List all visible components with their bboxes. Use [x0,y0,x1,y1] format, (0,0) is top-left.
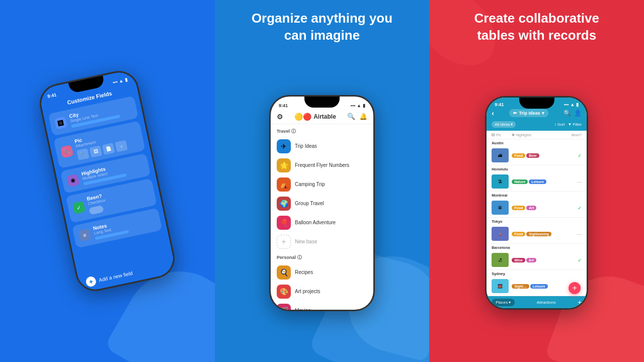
travel-info-icon: ⓘ [291,128,296,135]
tag-tokyo-sightseeing: Sightseeing [526,232,551,236]
base-trip-ideas-label: Trip Ideas [295,143,317,149]
app-title: 🟡🔴 Airtable [294,113,336,121]
thumb-honolulu-img: 🏝 [492,174,509,189]
settings-icon[interactable]: ⚙ [277,113,283,121]
tag-sydney-sightseeing: Sight… [512,284,529,289]
field-highlights-icon: ◉ [67,174,80,187]
col-highlights-label: Highlights [516,133,531,137]
chevron-down-icon: ▾ [542,111,544,116]
travel-section-header: Travel ⓘ [277,128,367,135]
base-movies[interactable]: 🎬 Movies [277,301,367,310]
tags-tokyo: Food Sightseeing [512,232,560,236]
base-movies-label: Movies [295,308,311,310]
thumb-honolulu: 🏝 [492,174,509,189]
back-button[interactable]: ‹ [492,109,494,117]
right-phone: 9:41 ▪▪▪ ▲ ▮ ‹ ✏ Trip Ideas ▾ 🔍 [485,96,588,310]
base-balloon[interactable]: 🎈 Balloon Adventure [277,213,367,232]
been-toggle[interactable] [89,205,104,215]
field-city-icon: 🅰 [54,116,67,129]
left-phone-wrapper: 9:41 ▪▪▪ ▲ ▮ Customize Fields 🅰 City Si [57,10,157,352]
thumb-tokyo-img: 🗼 [492,227,509,241]
places-tab[interactable]: Places ▾ [492,299,515,306]
row-montreal[interactable]: 🏛 Food Art ✓ [487,198,587,218]
add-circle-icon: + [85,276,97,288]
field-been-info: Been? Checkbox [87,184,151,215]
right-heading: Create collaborative tables with records [456,10,617,44]
left-time: 9:41 [47,92,57,99]
filter-action-label: Filter [573,122,582,127]
search-icon[interactable]: 🔍 [347,113,355,120]
filter-actions: ↕ Sort ▼ Filter [554,122,582,127]
base-art-projects-icon: 🎨 [277,285,291,299]
trip-header-icons: 🔍 👤 [564,110,582,117]
tag-honolulu-nature: Nature [512,179,528,184]
check-tokyo: — [564,231,582,237]
attractions-tab[interactable]: Attractions [517,300,576,305]
check-austin: ✓ [564,153,582,158]
trip-person-icon[interactable]: 👤 [574,110,582,117]
check-montreal: ✓ [564,205,582,211]
base-camping[interactable]: ⛺ Camping Trip [277,175,367,194]
header-icons: 🔍 🔔 [347,113,367,120]
airtable-header: ⚙ 🟡🔴 Airtable 🔍 🔔 [271,111,373,124]
row-barcelona[interactable]: 🏖 Wine Art ✓ [487,250,587,270]
trip-bottom-tabs: Places ▾ Attractions + [487,296,587,308]
base-recipes-icon: 🍳 [277,265,291,280]
personal-label: Personal [277,255,296,260]
base-recipes[interactable]: 🍳 Recipes [277,263,367,282]
filter-icon: ▼ [568,122,572,127]
places-label: Places [496,300,508,305]
airtable-logo: 🟡🔴 [294,113,311,121]
row-tokyo[interactable]: 🗼 Food Sightseeing — [487,224,587,244]
add-table-button[interactable]: + [578,298,582,306]
base-camping-label: Camping Trip [295,182,325,187]
center-heading: Organize anything you can imagine [242,10,403,44]
field-list: 🅰 City Single Line Text 📎 Pic Attachment [43,95,173,275]
col-highlights-icon: ◉ [512,133,515,137]
bell-icon[interactable]: 🔔 [359,113,367,120]
sort-action[interactable]: ↕ Sort [554,122,565,127]
trip-title-button[interactable]: ✏ Trip Ideas ▾ [509,109,548,117]
tags-barcelona: Wine Art [512,258,560,262]
city-sydney: Sydney [487,270,587,277]
base-group-travel[interactable]: 🌍 Group Travel [277,194,367,213]
tag-austin-beer: Beer [526,153,539,158]
city-honolulu: Honolulu [487,165,587,172]
col-highlights-header: ◉ Highlights [512,133,559,137]
base-trip-ideas[interactable]: ✈ Trip Ideas [277,137,367,156]
base-frequent-flyer[interactable]: 🌟 Frequent Flyer Numbers [277,156,367,175]
new-base-plus-icon: + [277,235,291,249]
tag-austin-food: Food [512,153,525,158]
trip-table-name: Trip Ideas [519,111,540,116]
thumb-montreal-img: 🏛 [492,201,509,215]
left-status-icons: ▪▪▪ ▲ ▮ [112,77,128,85]
thumb-sydney: 🌉 [492,279,509,293]
base-balloon-icon: 🎈 [277,216,291,230]
app-name: Airtable [313,113,336,120]
personal-info-icon: ⓘ [297,254,302,261]
base-art-projects[interactable]: 🎨 Art projects [277,282,367,301]
filter-label: All ideas [495,122,510,127]
thumb-sydney-img: 🌉 [492,279,509,293]
row-honolulu[interactable]: 🏝 Nature Leisure — [487,172,587,192]
trip-filter-bar: All ideas ▾ ↕ Sort ▼ Filter [487,121,587,131]
trip-search-icon[interactable]: 🔍 [564,110,571,117]
city-montreal: Montreal [487,192,587,198]
places-chevron: ▾ [509,300,511,305]
filter-action-btn[interactable]: ▼ Filter [568,122,582,127]
thumb-tokyo: 🗼 [492,227,509,241]
col-pic-icon: 🖼 [492,133,495,137]
customize-screen: 9:41 ▪▪▪ ▲ ▮ Customize Fields 🅰 City Si [38,69,177,293]
thumb-austin-img: 🏙 [492,148,509,162]
row-austin[interactable]: 🏙 Food Beer ✓ [487,146,587,165]
city-austin: Austin [487,139,587,146]
all-ideas-filter[interactable]: All ideas ▾ [492,121,516,128]
new-base-item[interactable]: + New base [277,232,367,251]
attach-doc: 📄 [102,143,115,155]
battery-icon: ▮ [576,102,579,107]
tag-montreal-food: Food [512,206,525,210]
center-panel: Organize anything you can imagine 9:41 ▪… [215,0,430,362]
attach-image: 🖼 [90,145,103,157]
base-balloon-label: Balloon Adventure [295,220,336,225]
trip-header: ‹ ✏ Trip Ideas ▾ 🔍 👤 [487,107,587,121]
